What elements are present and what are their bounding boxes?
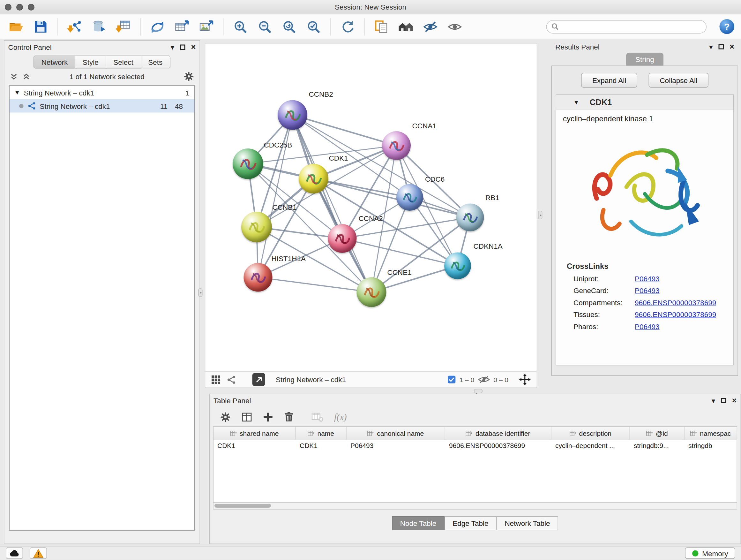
cell-name[interactable]: CDK1	[296, 440, 347, 453]
search-input[interactable]	[562, 23, 701, 30]
export-image-button[interactable]	[197, 17, 216, 36]
float-table-panel-icon[interactable]	[721, 398, 726, 403]
new-network-button[interactable]	[148, 17, 167, 36]
tree-expand-caret-icon[interactable]: ▼	[14, 89, 20, 96]
column-header-shared-name[interactable]: shared name	[213, 427, 296, 440]
show-all-button[interactable]	[445, 17, 464, 36]
tab-edge-table[interactable]: Edge Table	[445, 516, 496, 530]
import-network-database-button[interactable]	[90, 17, 109, 36]
collapse-panel-icon[interactable]: ▾	[171, 44, 174, 51]
hidden-eye-slash-icon[interactable]	[478, 375, 489, 384]
float-results-icon[interactable]	[719, 44, 724, 49]
collapse-table-panel-icon[interactable]: ▾	[712, 397, 715, 404]
cell-description[interactable]: cyclin–dependent ...	[551, 440, 630, 453]
maximize-window-button[interactable]	[28, 4, 35, 10]
minimize-window-button[interactable]	[16, 4, 23, 10]
grid-view-icon[interactable]	[211, 375, 221, 384]
column-header-namespace[interactable]: namespac	[684, 427, 737, 440]
import-table-button[interactable]	[114, 17, 133, 36]
network-node-CDK1[interactable]	[299, 164, 328, 193]
zoom-selected-button[interactable]	[304, 17, 323, 36]
tab-sets[interactable]: Sets	[141, 56, 171, 69]
float-panel-icon[interactable]	[180, 44, 185, 50]
tab-network-table[interactable]: Network Table	[496, 516, 558, 530]
network-canvas[interactable]: CCNB2CCNA1CDC25BCDK1CDC6RB1CCNB1CCNA2CDK…	[205, 44, 537, 371]
refresh-view-button[interactable]	[338, 17, 357, 36]
table-row[interactable]: CDK1 CDK1 P06493 9606.ENSP00000378699 cy…	[213, 440, 737, 453]
results-tab-string[interactable]: String	[626, 53, 664, 66]
table-horizontal-scrollbar[interactable]	[213, 503, 738, 509]
crosslink-genecard-link[interactable]: P06493	[635, 287, 660, 295]
gene-section-header[interactable]: ▼ CDK1	[556, 95, 733, 110]
search-field[interactable]	[546, 20, 707, 33]
network-options-gear-icon[interactable]	[184, 71, 194, 82]
cell-database-identifier[interactable]: 9606.ENSP00000378699	[445, 440, 551, 453]
left-splitter-handle[interactable]	[198, 288, 203, 297]
network-node-CDC6[interactable]	[396, 184, 423, 211]
zoom-in-button[interactable]	[231, 17, 250, 36]
tab-network[interactable]: Network	[34, 56, 76, 69]
table-settings-gear-icon[interactable]	[220, 412, 231, 422]
gene-collapse-caret-icon[interactable]: ▼	[574, 99, 579, 106]
import-network-file-button[interactable]	[65, 17, 84, 36]
expand-all-button[interactable]: Expand All	[582, 73, 637, 88]
share-view-icon[interactable]	[226, 375, 236, 384]
tab-node-table[interactable]: Node Table	[392, 516, 444, 530]
crosslink-pharos-link[interactable]: P06493	[635, 322, 660, 331]
close-panel-icon[interactable]: ×	[191, 43, 196, 51]
collapse-all-networks-icon[interactable]	[23, 72, 30, 80]
network-node-HIST1H1A[interactable]	[244, 263, 273, 292]
hide-selected-button[interactable]	[421, 17, 440, 36]
warnings-button[interactable]	[30, 548, 47, 559]
pan-move-icon[interactable]	[519, 374, 531, 386]
network-node-CCNB2[interactable]	[278, 100, 307, 130]
collapse-all-button[interactable]: Collapse All	[649, 73, 709, 88]
network-node-CDC25B[interactable]	[232, 148, 263, 179]
close-table-panel-icon[interactable]: ×	[732, 396, 737, 405]
cloud-status-button[interactable]	[6, 548, 23, 559]
save-session-button[interactable]	[31, 17, 51, 36]
scrollbar-thumb[interactable]	[214, 504, 271, 508]
column-header-database-identifier[interactable]: database identifier	[445, 427, 551, 440]
crosslink-uniprot-link[interactable]: P06493	[635, 274, 660, 283]
network-node-RB1[interactable]	[456, 204, 484, 232]
apply-function-button[interactable]: f(x)	[334, 412, 347, 422]
crosslink-tissues-link[interactable]: 9606.ENSP00000378699	[635, 310, 716, 319]
column-header-id[interactable]: @id	[630, 427, 684, 440]
cell-shared-name[interactable]: CDK1	[213, 440, 296, 453]
close-window-button[interactable]	[5, 4, 11, 10]
zoom-out-button[interactable]	[255, 17, 274, 36]
open-session-button[interactable]	[7, 17, 26, 36]
collapse-results-icon[interactable]: ▾	[709, 43, 713, 50]
cell-namespace[interactable]: stringdb	[684, 440, 737, 453]
network-collection-row[interactable]: ▼ String Network – cdk1 1	[10, 86, 194, 99]
selected-checkbox-icon[interactable]	[448, 375, 456, 384]
detach-view-button[interactable]	[253, 373, 266, 386]
close-results-icon[interactable]: ×	[730, 43, 734, 51]
crosslink-compartments-link[interactable]: 9606.ENSP00000378699	[635, 299, 716, 307]
network-node-CCNA1[interactable]	[382, 131, 411, 160]
export-table-button[interactable]	[172, 17, 192, 36]
delete-column-icon[interactable]	[284, 412, 294, 423]
zoom-fit-button[interactable]	[280, 17, 299, 36]
tab-select[interactable]: Select	[106, 56, 141, 69]
duplicate-network-button[interactable]	[372, 17, 391, 36]
network-node-CDKN1A[interactable]	[444, 253, 471, 279]
column-header-name[interactable]: name	[296, 427, 347, 440]
add-column-icon[interactable]	[263, 412, 273, 422]
network-node-CCNE1[interactable]	[357, 277, 387, 307]
right-splitter-handle[interactable]	[538, 211, 542, 219]
cell-id[interactable]: stringdb:9...	[630, 440, 684, 453]
cell-canonical-name[interactable]: P06493	[347, 440, 445, 453]
column-header-canonical-name[interactable]: canonical name	[347, 427, 445, 440]
column-header-description[interactable]: description	[551, 427, 630, 440]
network-node-CCNA2[interactable]	[328, 224, 357, 253]
show-columns-icon[interactable]	[241, 412, 253, 422]
bottom-splitter-handle[interactable]	[474, 389, 482, 393]
network-node-CCNB1[interactable]	[241, 212, 272, 242]
help-button[interactable]: ?	[720, 19, 735, 34]
expand-all-networks-icon[interactable]	[10, 72, 18, 80]
tab-style[interactable]: Style	[75, 56, 106, 69]
memory-button[interactable]: Memory	[685, 548, 735, 559]
network-row-selected[interactable]: String Network – cdk1 11 48	[10, 99, 194, 113]
